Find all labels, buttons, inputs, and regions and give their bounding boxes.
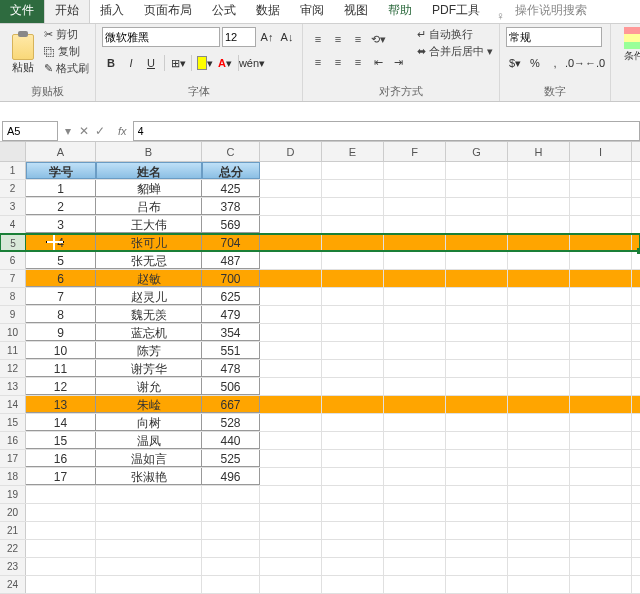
cell[interactable]	[570, 234, 632, 251]
cell[interactable]	[570, 486, 632, 503]
cell[interactable]	[26, 504, 96, 521]
cell[interactable]	[446, 432, 508, 449]
cell[interactable]	[384, 450, 446, 467]
cell[interactable]	[446, 504, 508, 521]
cell[interactable]	[508, 468, 570, 485]
align-bottom-button[interactable]: ≡	[349, 30, 367, 48]
row-header[interactable]: 22	[0, 540, 26, 557]
cell[interactable]	[446, 396, 508, 413]
tab-help[interactable]: 帮助	[378, 0, 422, 23]
cell[interactable]	[322, 468, 384, 485]
cell[interactable]	[570, 414, 632, 431]
formula-input[interactable]	[133, 121, 640, 141]
cell[interactable]	[322, 270, 384, 287]
cell[interactable]: 700	[202, 270, 260, 287]
row-header[interactable]: 10	[0, 324, 26, 341]
cell[interactable]	[260, 378, 322, 395]
cell[interactable]	[446, 486, 508, 503]
tab-data[interactable]: 数据	[246, 0, 290, 23]
cell[interactable]: 506	[202, 378, 260, 395]
cell[interactable]	[384, 216, 446, 233]
cell[interactable]	[260, 234, 322, 251]
name-box[interactable]	[2, 121, 58, 141]
select-all-corner[interactable]	[0, 142, 26, 161]
cell[interactable]	[322, 306, 384, 323]
align-middle-button[interactable]: ≡	[329, 30, 347, 48]
cell[interactable]	[570, 180, 632, 197]
col-header[interactable]: F	[384, 142, 446, 161]
cell[interactable]	[508, 180, 570, 197]
cell[interactable]: 525	[202, 450, 260, 467]
cell[interactable]	[202, 558, 260, 575]
cell[interactable]: 总分	[202, 162, 260, 179]
row-header[interactable]: 16	[0, 432, 26, 449]
cell[interactable]	[446, 540, 508, 557]
row-header[interactable]: 21	[0, 522, 26, 539]
cell[interactable]	[260, 342, 322, 359]
tab-insert[interactable]: 插入	[90, 0, 134, 23]
cell[interactable]: 8	[26, 306, 96, 323]
cell[interactable]	[384, 558, 446, 575]
cell[interactable]	[260, 180, 322, 197]
cell[interactable]: 704	[202, 234, 260, 251]
row-header[interactable]: 17	[0, 450, 26, 467]
cell[interactable]	[446, 306, 508, 323]
cell[interactable]	[508, 450, 570, 467]
cell[interactable]: 5	[26, 252, 96, 269]
cell[interactable]: 569	[202, 216, 260, 233]
cell[interactable]	[570, 306, 632, 323]
cell[interactable]: 貂蝉	[96, 180, 202, 197]
cell[interactable]	[384, 270, 446, 287]
cell[interactable]: 9	[26, 324, 96, 341]
cell[interactable]: 朱崯	[96, 396, 202, 413]
row-header[interactable]: 5	[0, 234, 26, 251]
cell[interactable]	[570, 396, 632, 413]
cell[interactable]	[508, 198, 570, 215]
cell[interactable]	[384, 324, 446, 341]
decrease-font-button[interactable]: A↓	[278, 28, 296, 46]
cell[interactable]	[96, 576, 202, 593]
inc-decimal-button[interactable]: .0→	[566, 54, 584, 72]
cell[interactable]: 张无忌	[96, 252, 202, 269]
bold-button[interactable]: B	[102, 54, 120, 72]
col-header[interactable]: I	[570, 142, 632, 161]
cell[interactable]: 吕布	[96, 198, 202, 215]
cell[interactable]	[570, 540, 632, 557]
indent-dec-button[interactable]: ⇤	[369, 53, 387, 71]
cell[interactable]	[446, 324, 508, 341]
cell[interactable]	[446, 342, 508, 359]
cell[interactable]	[508, 504, 570, 521]
cell[interactable]	[202, 540, 260, 557]
cell[interactable]	[322, 486, 384, 503]
fx-icon[interactable]: fx	[118, 125, 127, 137]
cell[interactable]	[260, 324, 322, 341]
font-size-combo[interactable]	[222, 27, 256, 47]
cell[interactable]	[446, 288, 508, 305]
cell[interactable]	[508, 522, 570, 539]
row-header[interactable]: 2	[0, 180, 26, 197]
row-header[interactable]: 23	[0, 558, 26, 575]
cell[interactable]	[384, 198, 446, 215]
cell[interactable]	[446, 414, 508, 431]
percent-button[interactable]: %	[526, 54, 544, 72]
cell[interactable]	[260, 540, 322, 557]
cell[interactable]	[322, 288, 384, 305]
cell[interactable]: 551	[202, 342, 260, 359]
cell[interactable]	[202, 486, 260, 503]
cell[interactable]	[202, 576, 260, 593]
cell[interactable]	[26, 540, 96, 557]
tab-review[interactable]: 审阅	[290, 0, 334, 23]
cell[interactable]	[508, 324, 570, 341]
cell[interactable]	[446, 522, 508, 539]
underline-button[interactable]: U	[142, 54, 160, 72]
row-header[interactable]: 1	[0, 162, 26, 179]
align-center-button[interactable]: ≡	[329, 53, 347, 71]
cell[interactable]: 赵灵儿	[96, 288, 202, 305]
cell[interactable]	[322, 558, 384, 575]
cell[interactable]: 蓝忘机	[96, 324, 202, 341]
cell[interactable]	[260, 306, 322, 323]
wrap-text-button[interactable]: ↵ 自动换行	[417, 27, 493, 42]
cell[interactable]	[446, 360, 508, 377]
cell[interactable]: 向树	[96, 414, 202, 431]
cell[interactable]: 谢允	[96, 378, 202, 395]
